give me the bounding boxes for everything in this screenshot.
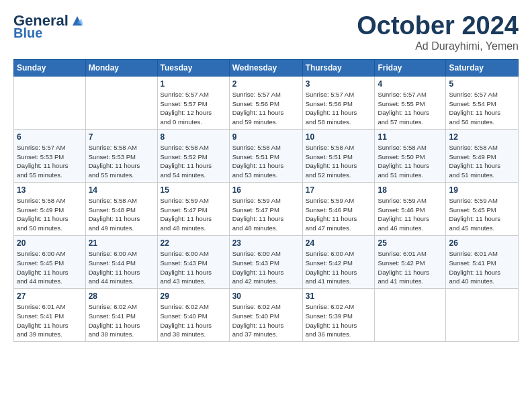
calendar-header-sunday: Sunday — [14, 59, 86, 76]
calendar-cell: 3Sunrise: 5:57 AMSunset: 5:56 PMDaylight… — [302, 76, 375, 129]
day-detail: Sunrise: 6:01 AMSunset: 5:41 PMDaylight:… — [17, 302, 83, 339]
day-detail: Sunrise: 6:00 AMSunset: 5:44 PMDaylight:… — [89, 249, 154, 286]
day-number: 11 — [378, 132, 443, 142]
day-number: 10 — [306, 132, 372, 142]
day-number: 3 — [306, 79, 372, 89]
title-block: October 2024 Ad Durayhimi, Yemen — [357, 12, 519, 52]
day-detail: Sunrise: 5:58 AMSunset: 5:49 PMDaylight:… — [449, 143, 515, 180]
calendar-week-2: 6Sunrise: 5:57 AMSunset: 5:53 PMDaylight… — [14, 129, 519, 182]
day-detail: Sunrise: 5:57 AMSunset: 5:54 PMDaylight:… — [449, 90, 515, 127]
calendar-cell: 24Sunrise: 6:00 AMSunset: 5:42 PMDayligh… — [302, 235, 375, 288]
day-detail: Sunrise: 5:59 AMSunset: 5:46 PMDaylight:… — [378, 196, 443, 233]
day-number: 29 — [161, 291, 226, 301]
day-number: 28 — [89, 291, 154, 301]
day-number: 6 — [17, 132, 83, 142]
calendar-header-thursday: Thursday — [302, 59, 375, 76]
day-detail: Sunrise: 5:57 AMSunset: 5:53 PMDaylight:… — [17, 143, 83, 180]
header: General Blue October 2024 Ad Durayhimi, … — [13, 12, 519, 52]
day-number: 22 — [161, 238, 226, 248]
calendar-header-row: SundayMondayTuesdayWednesdayThursdayFrid… — [14, 59, 519, 76]
day-detail: Sunrise: 6:02 AMSunset: 5:39 PMDaylight:… — [306, 302, 372, 339]
calendar-cell: 16Sunrise: 5:59 AMSunset: 5:47 PMDayligh… — [229, 182, 302, 235]
calendar-header-saturday: Saturday — [446, 59, 519, 76]
day-number: 17 — [306, 185, 372, 195]
calendar-cell: 4Sunrise: 5:57 AMSunset: 5:55 PMDaylight… — [375, 76, 446, 129]
calendar-cell: 31Sunrise: 6:02 AMSunset: 5:39 PMDayligh… — [302, 289, 375, 342]
day-number: 23 — [232, 238, 300, 248]
calendar-cell: 10Sunrise: 5:58 AMSunset: 5:51 PMDayligh… — [302, 129, 375, 182]
calendar-cell: 18Sunrise: 5:59 AMSunset: 5:46 PMDayligh… — [375, 182, 446, 235]
calendar-cell — [85, 76, 157, 129]
day-detail: Sunrise: 5:58 AMSunset: 5:51 PMDaylight:… — [306, 143, 372, 180]
day-detail: Sunrise: 5:57 AMSunset: 5:56 PMDaylight:… — [232, 90, 300, 127]
day-number: 20 — [17, 238, 83, 248]
day-detail: Sunrise: 5:58 AMSunset: 5:48 PMDaylight:… — [89, 196, 154, 233]
calendar-week-5: 27Sunrise: 6:01 AMSunset: 5:41 PMDayligh… — [14, 289, 519, 342]
calendar-cell: 5Sunrise: 5:57 AMSunset: 5:54 PMDaylight… — [446, 76, 519, 129]
calendar-cell — [375, 289, 446, 342]
logo-icon — [70, 13, 85, 28]
day-detail: Sunrise: 6:02 AMSunset: 5:40 PMDaylight:… — [232, 302, 300, 339]
calendar-cell — [446, 289, 519, 342]
calendar-header-friday: Friday — [375, 59, 446, 76]
page-container: General Blue October 2024 Ad Durayhimi, … — [0, 0, 532, 349]
calendar-cell: 27Sunrise: 6:01 AMSunset: 5:41 PMDayligh… — [14, 289, 86, 342]
calendar-cell: 9Sunrise: 5:58 AMSunset: 5:51 PMDaylight… — [229, 129, 302, 182]
day-detail: Sunrise: 5:58 AMSunset: 5:50 PMDaylight:… — [378, 143, 443, 180]
calendar-cell: 11Sunrise: 5:58 AMSunset: 5:50 PMDayligh… — [375, 129, 446, 182]
calendar-header-tuesday: Tuesday — [157, 59, 229, 76]
day-number: 24 — [306, 238, 372, 248]
day-number: 27 — [17, 291, 83, 301]
day-detail: Sunrise: 6:00 AMSunset: 5:45 PMDaylight:… — [17, 249, 83, 286]
day-detail: Sunrise: 5:57 AMSunset: 5:55 PMDaylight:… — [378, 90, 443, 127]
page-title: October 2024 — [357, 12, 519, 40]
calendar-cell: 17Sunrise: 5:59 AMSunset: 5:46 PMDayligh… — [302, 182, 375, 235]
calendar-cell: 12Sunrise: 5:58 AMSunset: 5:49 PMDayligh… — [446, 129, 519, 182]
day-number: 26 — [449, 238, 515, 248]
day-detail: Sunrise: 5:58 AMSunset: 5:52 PMDaylight:… — [161, 143, 226, 180]
day-number: 16 — [232, 185, 300, 195]
calendar-cell: 1Sunrise: 5:57 AMSunset: 5:57 PMDaylight… — [157, 76, 229, 129]
day-detail: Sunrise: 6:01 AMSunset: 5:42 PMDaylight:… — [378, 249, 443, 286]
day-number: 9 — [232, 132, 300, 142]
day-number: 31 — [306, 291, 372, 301]
day-detail: Sunrise: 6:02 AMSunset: 5:40 PMDaylight:… — [161, 302, 226, 339]
calendar-header-monday: Monday — [85, 59, 157, 76]
day-detail: Sunrise: 5:59 AMSunset: 5:46 PMDaylight:… — [306, 196, 372, 233]
day-number: 30 — [232, 291, 300, 301]
day-number: 12 — [449, 132, 515, 142]
day-number: 19 — [449, 185, 515, 195]
day-detail: Sunrise: 5:58 AMSunset: 5:51 PMDaylight:… — [232, 143, 300, 180]
calendar-cell: 6Sunrise: 5:57 AMSunset: 5:53 PMDaylight… — [14, 129, 86, 182]
day-number: 13 — [17, 185, 83, 195]
day-number: 21 — [89, 238, 154, 248]
logo: General Blue — [13, 12, 85, 39]
day-detail: Sunrise: 6:00 AMSunset: 5:42 PMDaylight:… — [306, 249, 372, 286]
day-detail: Sunrise: 5:58 AMSunset: 5:53 PMDaylight:… — [89, 143, 154, 180]
calendar-cell: 26Sunrise: 6:01 AMSunset: 5:41 PMDayligh… — [446, 235, 519, 288]
calendar-cell: 19Sunrise: 5:59 AMSunset: 5:45 PMDayligh… — [446, 182, 519, 235]
day-number: 1 — [161, 79, 226, 89]
day-detail: Sunrise: 5:57 AMSunset: 5:56 PMDaylight:… — [306, 90, 372, 127]
day-number: 5 — [449, 79, 515, 89]
calendar-cell: 13Sunrise: 5:58 AMSunset: 5:49 PMDayligh… — [14, 182, 86, 235]
calendar-header-wednesday: Wednesday — [229, 59, 302, 76]
day-detail: Sunrise: 6:00 AMSunset: 5:43 PMDaylight:… — [161, 249, 226, 286]
day-detail: Sunrise: 6:00 AMSunset: 5:43 PMDaylight:… — [232, 249, 300, 286]
calendar-table: SundayMondayTuesdayWednesdayThursdayFrid… — [13, 59, 519, 342]
calendar-cell: 20Sunrise: 6:00 AMSunset: 5:45 PMDayligh… — [14, 235, 86, 288]
day-number: 18 — [378, 185, 443, 195]
calendar-cell: 22Sunrise: 6:00 AMSunset: 5:43 PMDayligh… — [157, 235, 229, 288]
calendar-cell: 25Sunrise: 6:01 AMSunset: 5:42 PMDayligh… — [375, 235, 446, 288]
day-detail: Sunrise: 5:59 AMSunset: 5:47 PMDaylight:… — [161, 196, 226, 233]
day-number: 2 — [232, 79, 300, 89]
calendar-cell: 7Sunrise: 5:58 AMSunset: 5:53 PMDaylight… — [85, 129, 157, 182]
day-detail: Sunrise: 5:57 AMSunset: 5:57 PMDaylight:… — [161, 90, 226, 127]
day-number: 15 — [161, 185, 226, 195]
calendar-week-1: 1Sunrise: 5:57 AMSunset: 5:57 PMDaylight… — [14, 76, 519, 129]
page-subtitle: Ad Durayhimi, Yemen — [357, 40, 519, 52]
calendar-cell: 8Sunrise: 5:58 AMSunset: 5:52 PMDaylight… — [157, 129, 229, 182]
day-detail: Sunrise: 6:02 AMSunset: 5:41 PMDaylight:… — [89, 302, 154, 339]
logo-blue: Blue — [13, 27, 42, 39]
calendar-cell — [14, 76, 86, 129]
